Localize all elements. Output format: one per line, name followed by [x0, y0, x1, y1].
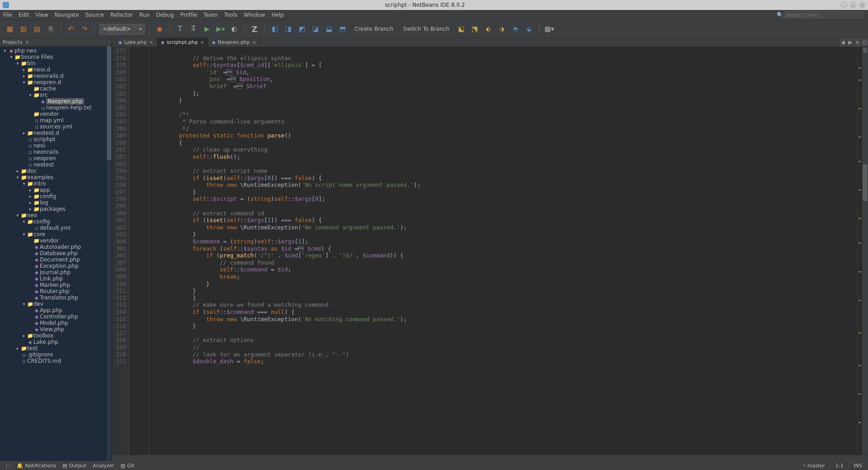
code-content[interactable]: // define the ellipsis syntax self::$syn… — [149, 47, 857, 455]
tree-folder[interactable]: ▾📁bin — [0, 60, 112, 66]
expand-icon[interactable]: ▸ — [27, 207, 33, 211]
create-branch-button[interactable]: Create Branch — [351, 26, 397, 32]
tree-folder[interactable]: ▾📁core — [0, 231, 112, 237]
run-button[interactable]: ▶ — [202, 24, 212, 34]
tree-file[interactable]: ◈Exception.php — [0, 263, 112, 269]
menu-file[interactable]: File — [0, 12, 15, 18]
tree-folder[interactable]: ▾📁src — [0, 92, 112, 98]
git-pull-button[interactable]: ◪ — [310, 24, 321, 34]
debug-button[interactable]: ▶▾ — [215, 24, 226, 34]
scrollbar[interactable] — [862, 47, 868, 455]
git-rebase-button[interactable]: ⬔ — [469, 24, 480, 34]
profile-button[interactable]: ◐ — [229, 24, 240, 34]
undo-button[interactable]: ↶ — [66, 24, 76, 34]
projects-panel-tab[interactable]: Projects × — [0, 38, 112, 47]
tree-file[interactable]: ◈Autoloader.php — [0, 244, 112, 250]
menu-run[interactable]: Run — [136, 12, 153, 18]
menu-edit[interactable]: Edit — [15, 12, 32, 18]
next-tab-button[interactable]: ▶ — [846, 38, 854, 47]
git-history-button[interactable]: ⬒ — [337, 24, 348, 34]
project-tree[interactable]: ▾◆php neo▾📁Source Files▾📁bin▸📁neoi.d▸📁ne… — [0, 47, 112, 461]
expand-icon[interactable]: ▸ — [21, 131, 27, 135]
tree-file[interactable]: ◈View.php — [0, 326, 112, 332]
git-merge-button[interactable]: ⬕ — [456, 24, 467, 34]
tree-file[interactable]: ▫neopren-help.txt — [0, 104, 112, 111]
git-fetch-button[interactable]: ⬓ — [324, 24, 335, 34]
redo-button[interactable]: ↷ — [79, 24, 90, 34]
tree-file[interactable]: ◈Controller.php — [0, 313, 112, 320]
git-push-button[interactable]: ◩ — [297, 24, 307, 34]
git-checkout-button[interactable]: ⬘ — [510, 24, 521, 34]
tab-list-button[interactable]: ▾ — [854, 38, 861, 47]
zend-icon[interactable]: Z — [249, 24, 260, 34]
new-project-button[interactable]: ▥ — [18, 24, 29, 34]
close-icon[interactable]: × — [252, 39, 256, 45]
tree-folder[interactable]: ▾📁Source Files — [0, 54, 112, 60]
tree-folder[interactable]: ▸📁neotest.d — [0, 130, 112, 136]
maximize-icon[interactable]: ◇ — [850, 2, 856, 8]
tree-file[interactable]: ▫map.yml — [0, 117, 112, 123]
tree-folder[interactable]: ▾◆php neo — [0, 47, 112, 54]
expand-icon[interactable]: ▾ — [14, 213, 21, 218]
tree-folder[interactable]: 📁vendor — [0, 237, 112, 244]
tree-folder[interactable]: ▸📁neonrails.d — [0, 73, 112, 79]
save-all-button[interactable]: ⎘ — [45, 24, 56, 34]
expand-icon[interactable]: ▾ — [27, 93, 33, 97]
menu-help[interactable]: Help — [269, 12, 287, 18]
tree-file[interactable]: ◈Link.php — [0, 275, 112, 282]
tree-folder[interactable]: ▸📁toolbox — [0, 332, 112, 339]
expand-icon[interactable]: ▾ — [21, 302, 27, 306]
tree-folder[interactable]: ▸📁packages — [0, 206, 112, 212]
expand-icon[interactable]: ▾ — [21, 232, 27, 237]
expand-icon[interactable]: ▸ — [14, 346, 21, 351]
tree-folder[interactable]: ▸📁neoi.d — [0, 66, 112, 73]
tree-file[interactable]: ◈Translator.php — [0, 294, 112, 301]
expand-icon[interactable]: ▸ — [27, 200, 33, 205]
clean-build-button[interactable]: T̶ — [188, 24, 199, 34]
expand-icon[interactable]: ▸ — [21, 333, 27, 338]
tab-lake[interactable]: ◆ Lake.php × — [115, 38, 157, 47]
tree-file[interactable]: ▫neoi — [0, 142, 112, 149]
git-reset-button[interactable]: ⬗ — [496, 24, 507, 34]
tree-file[interactable]: ◈Document.php — [0, 256, 112, 263]
menu-profile[interactable]: Profile — [177, 12, 200, 18]
error-stripe[interactable] — [857, 47, 862, 455]
config-combo[interactable]: <default> ▾ — [99, 24, 145, 34]
tab-scriphpt[interactable]: ◆ scriphpt.php × — [157, 38, 208, 47]
new-file-button[interactable]: ▦ — [5, 24, 15, 34]
tree-folder[interactable]: ▸📁config — [0, 193, 112, 199]
tree-file[interactable]: ◈Model.php — [0, 320, 112, 326]
horizontal-scrollbar[interactable] — [112, 455, 868, 461]
menu-tools[interactable]: Tools — [221, 12, 241, 18]
tree-file[interactable]: ◈Database.php — [0, 250, 112, 256]
maximize-editor-button[interactable]: ▢ — [861, 38, 868, 47]
prev-tab-button[interactable]: ◀ — [839, 38, 846, 47]
git-commit-button[interactable]: ◨ — [283, 24, 294, 34]
menu-window[interactable]: Window — [241, 12, 268, 18]
expand-icon[interactable]: ▾ — [14, 61, 21, 66]
tree-file[interactable]: ◈Lake.php — [0, 339, 112, 345]
tree-file[interactable]: ◈App.php — [0, 307, 112, 313]
expand-icon[interactable]: ▾ — [21, 219, 27, 224]
tree-file[interactable]: ◈Router.php — [0, 288, 112, 294]
tree-folder[interactable]: ▸📁doc — [0, 168, 112, 174]
switch-branch-button[interactable]: Switch To Branch — [400, 26, 453, 32]
tree-file[interactable]: ▫CREDITS.md — [0, 358, 112, 364]
tree-folder[interactable]: ▸📁app — [0, 187, 112, 193]
tree-folder[interactable]: ▾📁config — [0, 218, 112, 225]
tree-folder[interactable]: 📁cache — [0, 85, 112, 92]
tree-file[interactable]: ▫sources.yml — [0, 123, 112, 130]
menu-navigate[interactable]: Navigate — [52, 12, 82, 18]
menu-source[interactable]: Source — [82, 12, 107, 18]
tree-file[interactable]: ▫default.yml — [0, 225, 112, 231]
minimize-icon[interactable]: – — [841, 2, 847, 8]
status-notifications[interactable]: 🔔 Notifications — [14, 463, 58, 469]
close-icon[interactable]: × — [25, 39, 29, 45]
expand-icon[interactable]: ▸ — [27, 188, 33, 192]
scrollbar-thumb[interactable] — [107, 47, 111, 160]
tree-folder[interactable]: ▾📁intro — [0, 180, 112, 187]
tree-folder[interactable]: ▸📁test — [0, 345, 112, 351]
expand-icon[interactable]: ▸ — [14, 169, 21, 173]
expand-icon[interactable]: ▸ — [21, 74, 27, 78]
status-git[interactable]: ▥ Git — [118, 463, 137, 469]
